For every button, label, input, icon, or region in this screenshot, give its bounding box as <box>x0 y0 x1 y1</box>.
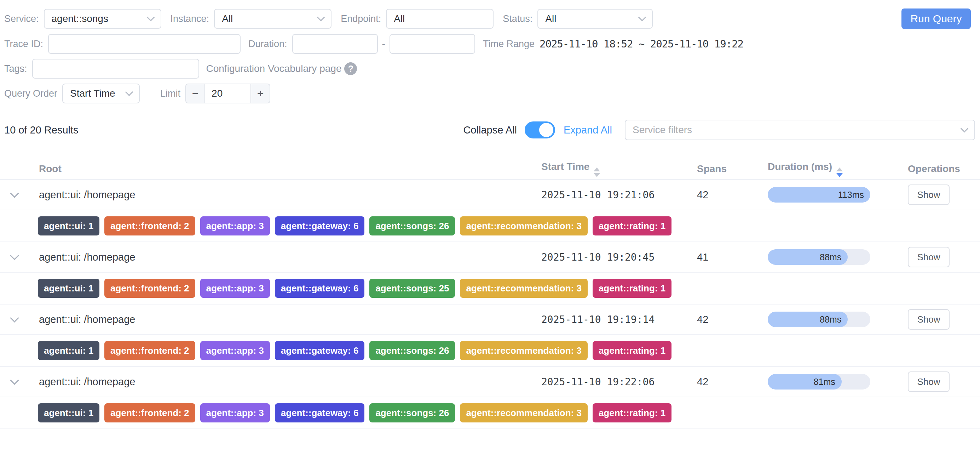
expand-collapse-toggle[interactable] <box>525 121 555 139</box>
tags-input[interactable] <box>40 63 191 74</box>
expand-all-label[interactable]: Expand All <box>563 124 612 136</box>
service-select[interactable]: agent::songs <box>44 9 161 29</box>
duration-bar: 81ms <box>768 374 870 390</box>
service-span-badge: agent::gateway: 6 <box>275 216 365 235</box>
chevron-down-icon <box>638 13 646 22</box>
trace-badge-row: agent::ui: 1agent::frontend: 2agent::app… <box>0 397 980 429</box>
header-operations: Operations <box>870 163 980 174</box>
trace-root: agent::ui: /homepage <box>0 314 527 325</box>
service-label: Service: <box>4 13 39 24</box>
duration-min-input-wrap <box>292 34 378 54</box>
query-filter-panel: Service: agent::songs Instance: All Endp… <box>0 0 980 104</box>
service-span-badge: agent::rating: 1 <box>593 403 671 422</box>
limit-increase-button[interactable]: + <box>250 84 270 103</box>
collapse-all-label[interactable]: Collapse All <box>463 124 517 136</box>
service-filters-placeholder: Service filters <box>633 124 692 136</box>
results-bar: 10 of 20 Results Collapse All Expand All… <box>0 120 980 140</box>
duration-sort-icon[interactable] <box>836 168 843 177</box>
service-span-badge: agent::ui: 1 <box>38 279 99 298</box>
trace-id-input-wrap <box>48 34 240 54</box>
duration-bar: 113ms <box>768 187 870 203</box>
show-button[interactable]: Show <box>908 247 950 267</box>
service-span-badge: agent::app: 3 <box>200 279 270 298</box>
show-button[interactable]: Show <box>908 371 950 392</box>
chevron-down-icon <box>146 13 154 22</box>
service-span-badge: agent::gateway: 6 <box>275 341 365 360</box>
trace-id-label: Trace ID: <box>4 38 43 50</box>
status-select-value: All <box>545 13 556 24</box>
instance-select[interactable]: All <box>214 9 331 29</box>
service-span-badge: agent::gateway: 6 <box>275 403 365 422</box>
service-span-badge: agent::recommendation: 3 <box>460 279 588 298</box>
service-span-badge: agent::ui: 1 <box>38 403 99 422</box>
trace-spans: 42 <box>683 189 754 201</box>
service-filters-select[interactable]: Service filters <box>625 120 975 140</box>
duration-bar-fill: 113ms <box>768 187 870 203</box>
duration-max-input-wrap <box>390 34 475 54</box>
duration-separator: - <box>382 38 385 50</box>
status-label: Status: <box>503 13 533 24</box>
start-time-sort-icon[interactable] <box>593 168 600 177</box>
filter-row-4: Query Order Start Time Limit − 20 + <box>4 83 975 104</box>
service-span-badge: agent::app: 3 <box>200 216 270 235</box>
trace-table: Root Start Time Spans Duration (ms) Oper… <box>0 159 980 429</box>
chevron-down-icon <box>961 125 969 133</box>
trace-start-time: 2025-11-10 19:19:14 <box>541 314 654 325</box>
trace-id-input[interactable] <box>56 38 233 50</box>
instance-label: Instance: <box>170 13 210 24</box>
time-range-label: Time Range <box>483 38 535 50</box>
instance-select-value: All <box>222 13 233 24</box>
limit-decrease-button[interactable]: − <box>186 84 205 103</box>
tags-label: Tags: <box>4 63 27 74</box>
service-span-badge: agent::frontend: 2 <box>104 279 195 298</box>
header-duration: Duration (ms) <box>754 161 870 177</box>
trace-row: agent::ui: /homepage 2025-11-10 19:19:14… <box>0 305 980 335</box>
limit-value[interactable]: 20 <box>205 84 250 103</box>
trace-badge-row: agent::ui: 1agent::frontend: 2agent::app… <box>0 273 980 305</box>
duration-max-input[interactable] <box>397 38 467 50</box>
status-select[interactable]: All <box>538 9 653 29</box>
header-start-time-label: Start Time <box>541 161 589 172</box>
trace-row: agent::ui: /homepage 2025-11-10 19:21:06… <box>0 180 980 210</box>
service-span-badge: agent::ui: 1 <box>38 216 99 235</box>
query-order-select[interactable]: Start Time <box>62 83 140 104</box>
limit-label: Limit <box>160 88 180 99</box>
trace-root: agent::ui: /homepage <box>0 251 527 263</box>
service-span-badge: agent::recommendation: 3 <box>460 403 588 422</box>
header-start-time: Start Time <box>527 161 683 177</box>
trace-badge-row: agent::ui: 1agent::frontend: 2agent::app… <box>0 210 980 242</box>
duration-min-input[interactable] <box>300 38 370 50</box>
service-span-badge: agent::ui: 1 <box>38 341 99 360</box>
service-select-value: agent::songs <box>52 13 108 24</box>
service-span-badge: agent::frontend: 2 <box>104 341 195 360</box>
show-button[interactable]: Show <box>908 309 950 330</box>
header-root: Root <box>0 163 527 174</box>
show-button[interactable]: Show <box>908 184 950 205</box>
help-question-icon[interactable]: ? <box>344 62 357 75</box>
service-span-badge: agent::rating: 1 <box>593 341 671 360</box>
trace-row: agent::ui: /homepage 2025-11-10 19:22:06… <box>0 367 980 397</box>
duration-bar-fill: 81ms <box>768 374 842 390</box>
time-range-value[interactable]: 2025-11-10 18:52 ~ 2025-11-10 19:22 <box>539 38 743 50</box>
limit-stepper: − 20 + <box>185 83 270 104</box>
duration-bar-fill: 88ms <box>768 312 848 327</box>
service-span-badge: agent::app: 3 <box>200 341 270 360</box>
toggle-knob <box>539 123 553 137</box>
service-span-badge: agent::songs: 26 <box>369 216 455 235</box>
duration-bar-fill: 88ms <box>768 249 848 265</box>
trace-spans: 42 <box>683 314 754 325</box>
trace-start-time: 2025-11-10 19:22:06 <box>541 376 654 388</box>
endpoint-input[interactable] <box>394 13 486 24</box>
trace-row: agent::ui: /homepage 2025-11-10 19:20:45… <box>0 242 980 273</box>
duration-label: Duration: <box>248 38 287 50</box>
vocabulary-page-text: Configuration Vocabulary page <box>206 63 342 74</box>
trace-start-time: 2025-11-10 19:20:45 <box>541 251 654 263</box>
filter-row-3: Tags: Configuration Vocabulary page ? <box>4 59 975 78</box>
endpoint-input-wrap <box>386 9 493 29</box>
service-span-badge: agent::gateway: 6 <box>275 279 365 298</box>
service-span-badge: agent::recommendation: 3 <box>460 216 588 235</box>
results-summary: 10 of 20 Results <box>4 124 78 136</box>
service-span-badge: agent::recommendation: 3 <box>460 341 588 360</box>
trace-root: agent::ui: /homepage <box>0 189 527 201</box>
run-query-button[interactable]: Run Query <box>902 8 971 29</box>
